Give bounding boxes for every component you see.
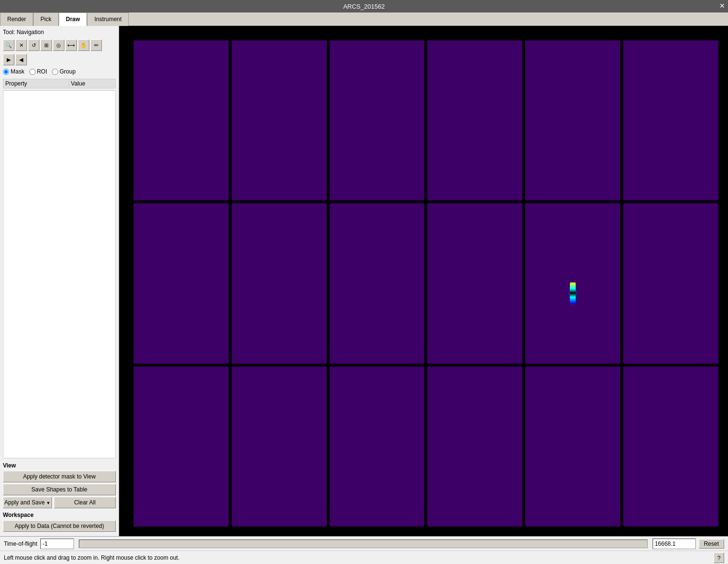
- detector-grid: [134, 40, 718, 527]
- mask-radio-label[interactable]: Mask: [3, 68, 25, 75]
- detector-panel-0-0: [134, 40, 229, 200]
- zoomregion-tool-button[interactable]: ⊞: [40, 39, 52, 51]
- detector-panel-2-1: [232, 367, 327, 527]
- detector-panel-2-2: [330, 367, 425, 527]
- detector-panel-0-5: [623, 40, 718, 200]
- cross-tool-button[interactable]: ✕: [15, 39, 27, 51]
- expand-tool-button[interactable]: ⟷: [65, 39, 77, 51]
- tool-label: Tool: Navigation: [3, 29, 116, 36]
- left-panel: Tool: Navigation 🔍 ✕ ↺ ⊞ ◎ ⟷ ✋ ✏ ▶ ◀ Mas…: [0, 26, 119, 536]
- detector-panel-1-4-signal: [525, 203, 620, 363]
- apply-save-row: Apply and Save▼ Clear All: [3, 497, 116, 508]
- workspace-section: Workspace Apply to Data (Cannot be rever…: [3, 512, 116, 533]
- detector-panel-0-3: [427, 40, 522, 200]
- detector-panel-1-0: [134, 203, 229, 363]
- crosshair-tool-button[interactable]: ◎: [53, 39, 64, 51]
- roi-radio-label[interactable]: ROI: [29, 68, 47, 75]
- detector-panel-0-2: [330, 40, 425, 200]
- group-radio[interactable]: [52, 69, 58, 75]
- mask-radio[interactable]: [3, 69, 9, 75]
- detector-panel-0-4: [525, 40, 620, 200]
- workspace-label: Workspace: [3, 512, 116, 518]
- save-shapes-button[interactable]: Save Shapes to Table: [3, 484, 116, 495]
- radio-group: Mask ROI Group: [3, 68, 116, 75]
- title-bar: ARCS_201562 ✕: [0, 0, 728, 12]
- tab-render[interactable]: Render: [0, 12, 33, 26]
- status-bar: Time-of-flight 16668.1 Reset: [0, 536, 728, 551]
- property-col-header: Property: [3, 79, 69, 88]
- detector-panel-2-0: [134, 367, 229, 527]
- tof-input[interactable]: [40, 539, 74, 549]
- detector-panel-1-5: [623, 203, 718, 363]
- close-button[interactable]: ✕: [719, 2, 725, 10]
- detector-panel-1-2: [330, 203, 425, 363]
- window-title: ARCS_201562: [343, 3, 385, 10]
- zoom-tool-button[interactable]: 🔍: [3, 39, 14, 51]
- toolbar-row2: ▶ ◀: [3, 54, 116, 65]
- apply-and-save-dropdown: Apply and Save▼: [3, 497, 52, 508]
- signal-spot: [568, 279, 578, 307]
- property-table: Property Value: [3, 79, 116, 88]
- property-content-area: [3, 90, 116, 458]
- detector-panel-2-4: [525, 367, 620, 527]
- detector-panel-1-3: [427, 203, 522, 363]
- select-tool-button[interactable]: ▶: [3, 54, 14, 65]
- tof-label: Time-of-flight: [4, 540, 37, 547]
- view-label: View: [3, 462, 116, 469]
- canvas-area[interactable]: [119, 26, 728, 536]
- roi-radio[interactable]: [29, 69, 36, 75]
- tof-slider[interactable]: [79, 539, 648, 548]
- tab-pick[interactable]: Pick: [33, 12, 59, 26]
- rotate-tool-button[interactable]: ↺: [28, 39, 39, 51]
- view-section: View Apply detector mask to View Save Sh…: [3, 462, 116, 510]
- info-bar: Left mouse click and drag to zoom in. Ri…: [0, 551, 728, 564]
- detector-panel-2-3: [427, 367, 522, 527]
- signal-core: [570, 282, 576, 304]
- detector-panel-1-1: [232, 203, 327, 363]
- apply-detector-mask-button[interactable]: Apply detector mask to View: [3, 471, 116, 482]
- dropdown-arrow-icon: ▼: [46, 501, 50, 505]
- reset-button[interactable]: Reset: [699, 539, 724, 549]
- value-col-header: Value: [69, 79, 115, 88]
- pencil-tool-button[interactable]: ✏: [90, 39, 102, 51]
- toolbar-row1: 🔍 ✕ ↺ ⊞ ◎ ⟷ ✋ ✏: [3, 39, 116, 51]
- detector-panel-2-5: [623, 367, 718, 527]
- hand-tool-button[interactable]: ✋: [78, 39, 89, 51]
- apply-and-save-button[interactable]: Apply and Save▼: [3, 497, 52, 508]
- tab-draw[interactable]: Draw: [59, 12, 87, 26]
- help-button[interactable]: ?: [714, 552, 724, 563]
- detector-panel-0-1: [232, 40, 327, 200]
- clear-all-button[interactable]: Clear All: [54, 497, 116, 508]
- tof-display-value: 16668.1: [653, 539, 696, 549]
- apply-to-data-button[interactable]: Apply to Data (Cannot be reverted): [3, 520, 116, 532]
- info-text: Left mouse click and drag to zoom in. Ri…: [4, 554, 180, 561]
- deselect-tool-button[interactable]: ◀: [15, 54, 27, 65]
- tab-instrument[interactable]: Instrument: [87, 12, 129, 26]
- tab-bar: Render Pick Draw Instrument: [0, 12, 728, 26]
- group-radio-label[interactable]: Group: [52, 68, 75, 75]
- content-area: Tool: Navigation 🔍 ✕ ↺ ⊞ ◎ ⟷ ✋ ✏ ▶ ◀ Mas…: [0, 26, 728, 536]
